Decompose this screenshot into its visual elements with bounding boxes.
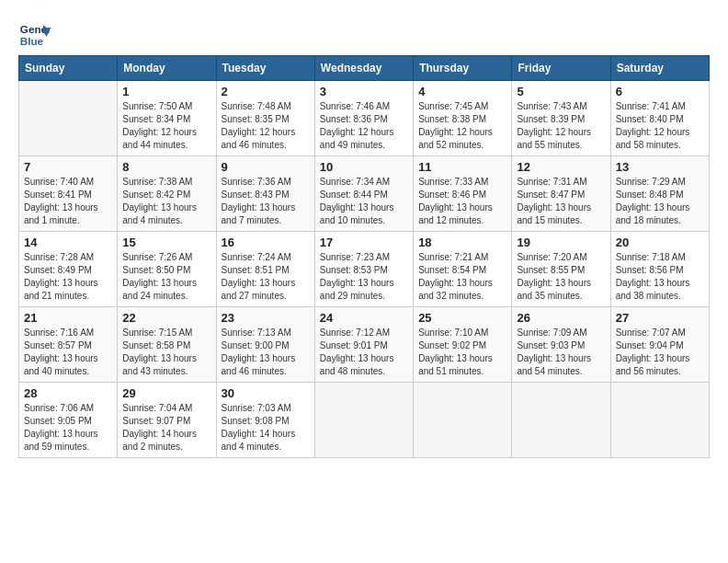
col-header-saturday: Saturday <box>610 56 709 81</box>
day-info: Sunrise: 7:16 AM Sunset: 8:57 PM Dayligh… <box>24 327 112 378</box>
calendar-cell: 10Sunrise: 7:34 AM Sunset: 8:44 PM Dayli… <box>314 156 413 232</box>
calendar-cell: 24Sunrise: 7:12 AM Sunset: 9:01 PM Dayli… <box>314 307 413 383</box>
day-info: Sunrise: 7:15 AM Sunset: 8:58 PM Dayligh… <box>122 327 210 378</box>
day-number: 14 <box>24 236 112 249</box>
day-info: Sunrise: 7:26 AM Sunset: 8:50 PM Dayligh… <box>122 251 210 303</box>
calendar-table: SundayMondayTuesdayWednesdayThursdayFrid… <box>18 55 710 458</box>
calendar-cell: 17Sunrise: 7:23 AM Sunset: 8:53 PM Dayli… <box>314 232 413 307</box>
calendar-cell: 30Sunrise: 7:03 AM Sunset: 9:08 PM Dayli… <box>216 383 314 458</box>
day-info: Sunrise: 7:31 AM Sunset: 8:47 PM Dayligh… <box>517 176 605 227</box>
calendar-cell: 16Sunrise: 7:24 AM Sunset: 8:51 PM Dayli… <box>216 232 314 307</box>
day-number: 24 <box>320 311 408 325</box>
day-info: Sunrise: 7:04 AM Sunset: 9:07 PM Dayligh… <box>122 402 210 454</box>
calendar-cell: 15Sunrise: 7:26 AM Sunset: 8:50 PM Dayli… <box>118 232 216 307</box>
week-row-4: 21Sunrise: 7:16 AM Sunset: 8:57 PM Dayli… <box>19 307 710 383</box>
calendar-cell: 21Sunrise: 7:16 AM Sunset: 8:57 PM Dayli… <box>19 307 118 383</box>
day-info: Sunrise: 7:29 AM Sunset: 8:48 PM Dayligh… <box>616 176 704 227</box>
day-number: 16 <box>222 236 310 249</box>
calendar-cell: 6Sunrise: 7:41 AM Sunset: 8:40 PM Daylig… <box>610 81 709 156</box>
day-info: Sunrise: 7:09 AM Sunset: 9:03 PM Dayligh… <box>517 327 605 378</box>
calendar-cell: 11Sunrise: 7:33 AM Sunset: 8:46 PM Dayli… <box>414 156 512 232</box>
calendar-cell: 28Sunrise: 7:06 AM Sunset: 9:05 PM Dayli… <box>19 383 118 458</box>
day-number: 3 <box>320 85 408 98</box>
day-info: Sunrise: 7:20 AM Sunset: 8:55 PM Dayligh… <box>517 251 605 303</box>
calendar-cell: 2Sunrise: 7:48 AM Sunset: 8:35 PM Daylig… <box>216 81 314 156</box>
day-number: 13 <box>616 160 704 174</box>
day-number: 27 <box>616 311 704 325</box>
day-info: Sunrise: 7:46 AM Sunset: 8:36 PM Dayligh… <box>320 100 408 152</box>
week-row-3: 14Sunrise: 7:28 AM Sunset: 8:49 PM Dayli… <box>19 232 710 307</box>
day-number: 11 <box>418 160 506 174</box>
day-info: Sunrise: 7:10 AM Sunset: 9:02 PM Dayligh… <box>418 327 506 378</box>
day-number: 25 <box>418 311 506 325</box>
day-info: Sunrise: 7:07 AM Sunset: 9:04 PM Dayligh… <box>616 327 704 378</box>
day-info: Sunrise: 7:23 AM Sunset: 8:53 PM Dayligh… <box>320 251 408 303</box>
day-number: 1 <box>122 85 210 98</box>
calendar-cell: 25Sunrise: 7:10 AM Sunset: 9:02 PM Dayli… <box>414 307 512 383</box>
day-number: 6 <box>616 85 704 98</box>
day-number: 23 <box>222 311 310 325</box>
day-number: 20 <box>616 236 704 249</box>
calendar-cell: 29Sunrise: 7:04 AM Sunset: 9:07 PM Dayli… <box>118 383 216 458</box>
calendar-cell: 1Sunrise: 7:50 AM Sunset: 8:34 PM Daylig… <box>118 81 216 156</box>
day-info: Sunrise: 7:21 AM Sunset: 8:54 PM Dayligh… <box>418 251 506 303</box>
svg-text:Blue: Blue <box>20 35 44 47</box>
day-number: 4 <box>418 85 506 98</box>
day-number: 15 <box>122 236 210 249</box>
calendar-cell <box>610 383 709 458</box>
calendar-cell <box>512 383 610 458</box>
day-info: Sunrise: 7:40 AM Sunset: 8:41 PM Dayligh… <box>24 176 112 227</box>
calendar-cell: 8Sunrise: 7:38 AM Sunset: 8:42 PM Daylig… <box>118 156 216 232</box>
day-number: 5 <box>517 85 605 98</box>
day-number: 21 <box>24 311 112 325</box>
calendar-cell: 9Sunrise: 7:36 AM Sunset: 8:43 PM Daylig… <box>216 156 314 232</box>
day-info: Sunrise: 7:24 AM Sunset: 8:51 PM Dayligh… <box>222 251 310 303</box>
day-info: Sunrise: 7:13 AM Sunset: 9:00 PM Dayligh… <box>222 327 310 378</box>
day-info: Sunrise: 7:43 AM Sunset: 8:39 PM Dayligh… <box>517 100 605 152</box>
day-number: 7 <box>24 160 112 174</box>
calendar-cell: 27Sunrise: 7:07 AM Sunset: 9:04 PM Dayli… <box>610 307 709 383</box>
day-number: 26 <box>517 311 605 325</box>
day-info: Sunrise: 7:36 AM Sunset: 8:43 PM Dayligh… <box>222 176 310 227</box>
day-number: 18 <box>418 236 506 249</box>
day-number: 28 <box>24 386 112 400</box>
day-info: Sunrise: 7:41 AM Sunset: 8:40 PM Dayligh… <box>616 100 704 152</box>
day-number: 2 <box>222 85 310 98</box>
day-info: Sunrise: 7:03 AM Sunset: 9:08 PM Dayligh… <box>222 402 310 454</box>
day-number: 22 <box>122 311 210 325</box>
day-number: 8 <box>122 160 210 174</box>
calendar-cell: 5Sunrise: 7:43 AM Sunset: 8:39 PM Daylig… <box>512 81 610 156</box>
day-number: 29 <box>122 386 210 400</box>
calendar-cell: 23Sunrise: 7:13 AM Sunset: 9:00 PM Dayli… <box>216 307 314 383</box>
day-number: 10 <box>320 160 408 174</box>
calendar-cell <box>19 81 118 156</box>
week-row-5: 28Sunrise: 7:06 AM Sunset: 9:05 PM Dayli… <box>19 383 710 458</box>
col-header-wednesday: Wednesday <box>314 56 413 81</box>
day-number: 19 <box>517 236 605 249</box>
page-header: General Blue <box>18 18 710 52</box>
day-info: Sunrise: 7:48 AM Sunset: 8:35 PM Dayligh… <box>222 100 310 152</box>
calendar-cell <box>314 383 413 458</box>
col-header-monday: Monday <box>118 56 216 81</box>
calendar-cell: 7Sunrise: 7:40 AM Sunset: 8:41 PM Daylig… <box>19 156 118 232</box>
logo: General Blue <box>18 18 51 52</box>
day-number: 9 <box>222 160 310 174</box>
day-info: Sunrise: 7:45 AM Sunset: 8:38 PM Dayligh… <box>418 100 506 152</box>
col-header-friday: Friday <box>512 56 610 81</box>
calendar-cell: 3Sunrise: 7:46 AM Sunset: 8:36 PM Daylig… <box>314 81 413 156</box>
day-number: 17 <box>320 236 408 249</box>
day-info: Sunrise: 7:34 AM Sunset: 8:44 PM Dayligh… <box>320 176 408 227</box>
col-header-thursday: Thursday <box>414 56 512 81</box>
calendar-cell: 13Sunrise: 7:29 AM Sunset: 8:48 PM Dayli… <box>610 156 709 232</box>
day-number: 12 <box>517 160 605 174</box>
calendar-cell <box>414 383 512 458</box>
col-header-tuesday: Tuesday <box>216 56 314 81</box>
calendar-cell: 14Sunrise: 7:28 AM Sunset: 8:49 PM Dayli… <box>19 232 118 307</box>
calendar-cell: 12Sunrise: 7:31 AM Sunset: 8:47 PM Dayli… <box>512 156 610 232</box>
day-info: Sunrise: 7:18 AM Sunset: 8:56 PM Dayligh… <box>616 251 704 303</box>
calendar-cell: 22Sunrise: 7:15 AM Sunset: 8:58 PM Dayli… <box>118 307 216 383</box>
day-number: 30 <box>222 386 310 400</box>
day-info: Sunrise: 7:06 AM Sunset: 9:05 PM Dayligh… <box>24 402 112 454</box>
logo-icon: General Blue <box>18 18 51 52</box>
week-row-2: 7Sunrise: 7:40 AM Sunset: 8:41 PM Daylig… <box>19 156 710 232</box>
